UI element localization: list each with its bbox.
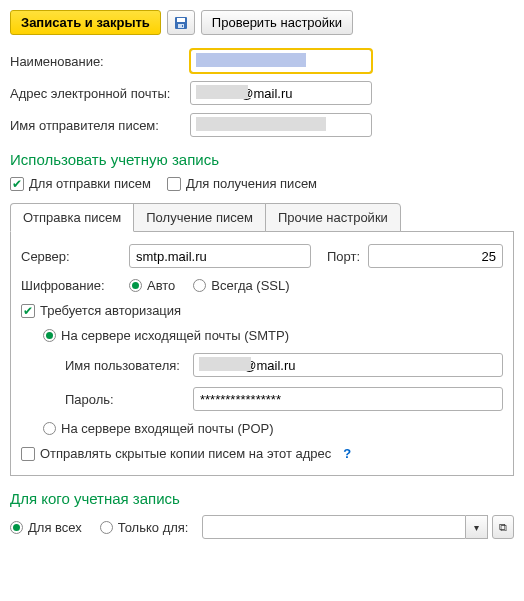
whom-row: Для всех Только для: ▾ ⧉ — [10, 515, 514, 539]
radio-icon — [43, 329, 56, 342]
radio-enc-auto[interactable]: Авто — [129, 278, 175, 293]
radio-auth-pop-label: На сервере входящей почты (POP) — [61, 421, 274, 436]
checkbox-icon — [21, 447, 35, 461]
chk-receive[interactable]: Для получения писем — [167, 176, 317, 191]
radio-icon — [10, 521, 23, 534]
label-password: Пароль: — [65, 392, 185, 407]
tabpanel-send: Сервер: Порт: Шифрование: Авто Всегда (S… — [10, 231, 514, 476]
radio-whom-all[interactable]: Для всех — [10, 520, 82, 535]
checkbox-icon — [167, 177, 181, 191]
whom-picker: ▾ ⧉ — [202, 515, 514, 539]
chk-send[interactable]: Для отправки писем — [10, 176, 151, 191]
radio-icon — [43, 422, 56, 435]
chk-bcc-label: Отправлять скрытые копии писем на этот а… — [40, 446, 331, 461]
svg-rect-2 — [178, 24, 184, 28]
radio-auth-smtp-label: На сервере исходящей почты (SMTP) — [61, 328, 289, 343]
radio-auth-pop[interactable]: На сервере входящей почты (POP) — [43, 421, 274, 436]
check-settings-button[interactable]: Проверить настройки — [201, 10, 353, 35]
radio-whom-only-label: Только для: — [118, 520, 189, 535]
redaction — [199, 357, 251, 371]
save-close-button[interactable]: Записать и закрыть — [10, 10, 161, 35]
save-button[interactable] — [167, 10, 195, 35]
password-input[interactable] — [193, 387, 503, 411]
radio-whom-all-label: Для всех — [28, 520, 82, 535]
help-icon[interactable]: ? — [343, 446, 351, 461]
redaction — [196, 85, 248, 99]
label-port: Порт: — [327, 249, 360, 264]
tabs: Отправка писем Получение писем Прочие на… — [10, 203, 514, 232]
redaction — [196, 53, 306, 67]
open-icon: ⧉ — [499, 521, 507, 534]
chk-bcc[interactable]: Отправлять скрытые копии писем на этот а… — [21, 446, 331, 461]
chk-send-label: Для отправки писем — [29, 176, 151, 191]
radio-icon — [129, 279, 142, 292]
tab-receive[interactable]: Получение писем — [133, 203, 266, 232]
label-username: Имя пользователя: — [65, 358, 185, 373]
row-email: Адрес электронной почты: — [10, 81, 514, 105]
radio-enc-auto-label: Авто — [147, 278, 175, 293]
radio-enc-ssl-label: Всегда (SSL) — [211, 278, 289, 293]
radio-auth-smtp[interactable]: На сервере исходящей почты (SMTP) — [43, 328, 289, 343]
chevron-down-icon: ▾ — [474, 522, 479, 533]
radio-icon — [100, 521, 113, 534]
use-account-row: Для отправки писем Для получения писем — [10, 176, 514, 191]
chk-auth-required[interactable]: Требуется авторизация — [21, 303, 181, 318]
tab-other[interactable]: Прочие настройки — [265, 203, 401, 232]
checkbox-icon — [21, 304, 35, 318]
floppy-icon — [174, 16, 188, 30]
port-input[interactable] — [368, 244, 503, 268]
use-account-title: Использовать учетную запись — [10, 151, 514, 168]
svg-rect-1 — [177, 18, 185, 22]
row-sender: Имя отправителя писем: — [10, 113, 514, 137]
redaction — [196, 117, 326, 131]
server-input[interactable] — [129, 244, 311, 268]
checkbox-icon — [10, 177, 24, 191]
radio-icon — [193, 279, 206, 292]
row-name: Наименование: — [10, 49, 514, 73]
radio-whom-only[interactable]: Только для: — [100, 520, 189, 535]
dropdown-button[interactable]: ▾ — [466, 515, 488, 539]
label-encryption: Шифрование: — [21, 278, 121, 293]
chk-auth-required-label: Требуется авторизация — [40, 303, 181, 318]
toolbar: Записать и закрыть Проверить настройки — [10, 10, 514, 35]
open-button[interactable]: ⧉ — [492, 515, 514, 539]
chk-receive-label: Для получения писем — [186, 176, 317, 191]
label-sender: Имя отправителя писем: — [10, 118, 190, 133]
tab-send[interactable]: Отправка писем — [10, 203, 134, 232]
svg-rect-3 — [182, 25, 183, 27]
whom-input[interactable] — [202, 515, 466, 539]
label-server: Сервер: — [21, 249, 121, 264]
label-name: Наименование: — [10, 54, 190, 69]
label-email: Адрес электронной почты: — [10, 86, 190, 101]
whom-title: Для кого учетная запись — [10, 490, 514, 507]
radio-enc-ssl[interactable]: Всегда (SSL) — [193, 278, 289, 293]
